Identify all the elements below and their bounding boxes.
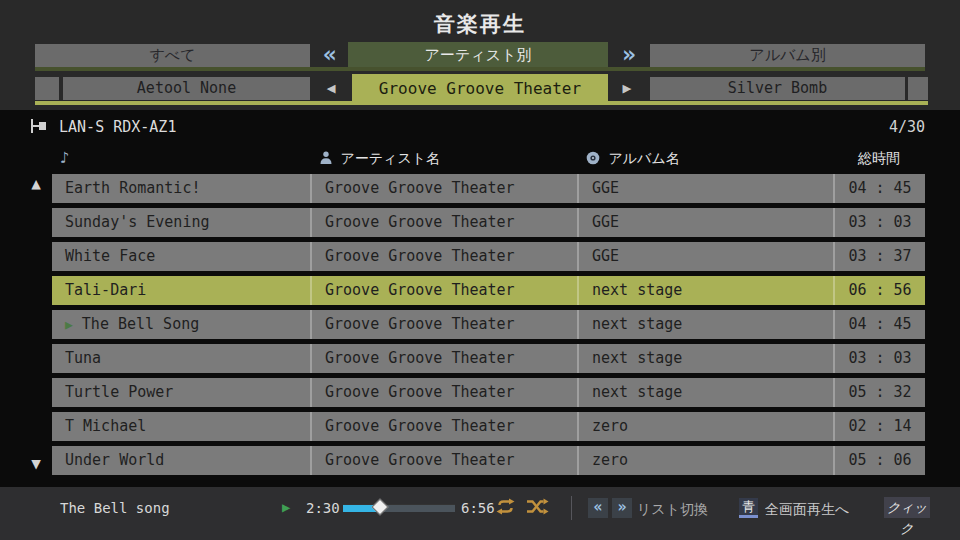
list-next-icon[interactable]: »: [612, 498, 632, 518]
playing-icon: ▶: [65, 317, 73, 332]
tabs-underline: [35, 67, 925, 71]
cell-album: next stage: [577, 310, 833, 339]
cell-duration: 05 : 32: [833, 378, 925, 407]
track-list: ▶Earth Romantic! Groove Groove Theater G…: [52, 174, 925, 480]
music-playback-screen: 音楽再生 すべて « アーティスト別 » アルバム別 Aetool None ◀…: [0, 0, 960, 540]
source-device-label: LAN-S RDX-AZ1: [59, 118, 176, 136]
cell-title: ▶T Michael: [52, 412, 310, 441]
artist-next-button[interactable]: Silver Bomb: [650, 77, 905, 100]
table-row[interactable]: ▶Tuna Groove Groove Theater next stage 0…: [52, 344, 925, 373]
cell-duration: 03 : 03: [833, 208, 925, 237]
blue-key-badge[interactable]: 青: [739, 498, 758, 518]
fullscreen-label: 全画面再生へ: [765, 501, 849, 519]
list-switch-label: リスト切換: [637, 501, 708, 519]
cell-title: ▶Turtle Power: [52, 378, 310, 407]
cell-album: next stage: [577, 344, 833, 373]
cell-duration: 03 : 03: [833, 344, 925, 373]
footer-divider: [571, 496, 572, 520]
cell-album: next stage: [577, 276, 833, 305]
cell-duration: 04 : 45: [833, 310, 925, 339]
progress-handle[interactable]: [371, 499, 388, 516]
cell-artist: Groove Groove Theater: [310, 208, 577, 237]
table-row[interactable]: ▶The Bell Song Groove Groove Theater nex…: [52, 310, 925, 339]
table-row[interactable]: ▶Tali-Dari Groove Groove Theater next st…: [52, 276, 925, 305]
table-row[interactable]: ▶White Face Groove Groove Theater GGE 03…: [52, 242, 925, 271]
cell-artist: Groove Groove Theater: [310, 310, 577, 339]
cell-album: next stage: [577, 378, 833, 407]
cell-title: ▶White Face: [52, 242, 310, 271]
progress-bar[interactable]: [343, 504, 455, 512]
play-status-icon: ▶: [282, 499, 290, 515]
duration-header: 総時間: [833, 150, 925, 168]
artist-header: アーティスト名: [320, 150, 440, 168]
artist-prev-icon[interactable]: ◀: [318, 76, 344, 101]
footer-bar: The Bell song ▶ 2:30 6:56 « » リスト切換 青 全画…: [0, 487, 960, 540]
cell-duration: 03 : 37: [833, 242, 925, 271]
cell-album: zero: [577, 412, 833, 441]
repeat-icon[interactable]: [494, 498, 517, 515]
elapsed-time: 2:30: [306, 500, 340, 516]
cell-artist: Groove Groove Theater: [310, 344, 577, 373]
cell-artist: Groove Groove Theater: [310, 446, 577, 475]
table-row[interactable]: ▶T Michael Groove Groove Theater zero 02…: [52, 412, 925, 441]
note-icon: ♪: [60, 148, 70, 167]
table-row[interactable]: ▶Earth Romantic! Groove Groove Theater G…: [52, 174, 925, 203]
scroll-down-icon[interactable]: ▼: [25, 454, 47, 473]
scroll-up-icon[interactable]: ▲: [25, 174, 47, 193]
cell-title: ▶Tali-Dari: [52, 276, 310, 305]
tab-by-album[interactable]: アルバム別: [650, 44, 925, 67]
cell-duration: 02 : 14: [833, 412, 925, 441]
cell-artist: Groove Groove Theater: [310, 378, 577, 407]
cell-album: GGE: [577, 242, 833, 271]
cell-artist: Groove Groove Theater: [310, 174, 577, 203]
header-panel: 音楽再生 すべて « アーティスト別 » アルバム別 Aetool None ◀…: [0, 0, 960, 110]
cell-title: ▶Tuna: [52, 344, 310, 373]
table-row[interactable]: ▶Turtle Power Groove Groove Theater next…: [52, 378, 925, 407]
cell-duration: 05 : 06: [833, 446, 925, 475]
shuffle-icon[interactable]: [526, 498, 549, 515]
artist-next-icon[interactable]: ▶: [614, 76, 640, 101]
cell-album: GGE: [577, 208, 833, 237]
table-row[interactable]: ▶Sunday's Evening Groove Groove Theater …: [52, 208, 925, 237]
cell-title: ▶Earth Romantic!: [52, 174, 310, 203]
tab-next-icon[interactable]: »: [612, 40, 646, 68]
source-row: LAN-S RDX-AZ1: [28, 117, 176, 136]
album-header: アルバム名: [586, 150, 680, 168]
now-playing-label: The Bell song: [60, 500, 170, 516]
person-icon: [320, 151, 332, 165]
artist-current: Groove Groove Theater: [352, 74, 608, 103]
table-header: ♪ アーティスト名 アルバム名 総時間: [52, 148, 925, 170]
page-title: 音楽再生: [0, 10, 960, 38]
artist-prev-button[interactable]: Aetool None: [63, 77, 310, 100]
list-prev-icon[interactable]: «: [588, 498, 608, 518]
cell-artist: Groove Groove Theater: [310, 412, 577, 441]
selector-underline: [35, 101, 928, 105]
track-counter: 4/30: [860, 118, 925, 136]
cell-duration: 06 : 56: [833, 276, 925, 305]
cell-title: ▶Under World: [52, 446, 310, 475]
cell-artist: Groove Groove Theater: [310, 276, 577, 305]
lan-icon: [28, 117, 50, 135]
cell-album: zero: [577, 446, 833, 475]
table-row[interactable]: ▶Under World Groove Groove Theater zero …: [52, 446, 925, 475]
tab-prev-icon[interactable]: «: [313, 40, 347, 68]
cell-duration: 04 : 45: [833, 174, 925, 203]
selector-edge-right: [908, 77, 928, 100]
tab-by-artist[interactable]: アーティスト別: [348, 42, 608, 69]
total-time: 6:56: [461, 500, 495, 516]
cell-artist: Groove Groove Theater: [310, 242, 577, 271]
disc-icon: [586, 151, 600, 165]
cell-title: ▶The Bell Song: [52, 310, 310, 339]
quick-button[interactable]: クィック: [884, 497, 930, 518]
cell-album: GGE: [577, 174, 833, 203]
selector-edge-left: [35, 77, 59, 100]
cell-title: ▶Sunday's Evening: [52, 208, 310, 237]
tab-all[interactable]: すべて: [35, 44, 310, 67]
